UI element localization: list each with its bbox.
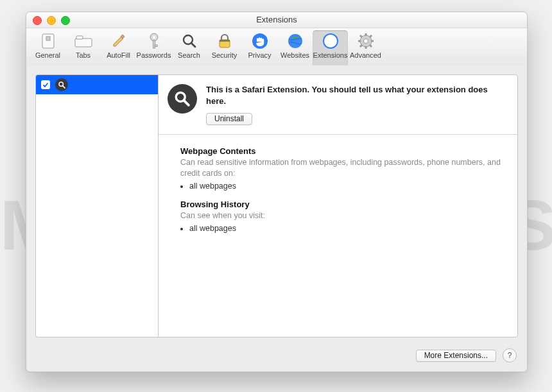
svg-rect-1 — [46, 37, 50, 40]
permissions-heading-webpage-contents: Webpage Contents — [180, 146, 503, 156]
permissions-subtext: Can see when you visit: — [180, 210, 503, 221]
svg-point-7 — [152, 36, 155, 39]
websites-globe-icon — [286, 31, 305, 51]
svg-line-11 — [191, 43, 195, 47]
preferences-window: Extensions General Tabs — [26, 12, 528, 372]
svg-line-27 — [370, 45, 372, 47]
tab-tabs[interactable]: Tabs — [65, 30, 101, 67]
svg-line-33 — [184, 101, 189, 105]
tab-privacy[interactable]: Privacy — [242, 30, 277, 67]
svg-point-17 — [324, 35, 337, 47]
permissions-subtext: Can read sensitive information from webp… — [180, 157, 503, 179]
tabs-icon — [74, 31, 93, 51]
search-icon — [180, 31, 199, 51]
permissions-block: Webpage Contents Can read sensitive info… — [159, 135, 517, 248]
footer: More Extensions... ? — [416, 348, 517, 362]
magnifier-icon — [55, 78, 68, 91]
tab-websites[interactable]: Websites — [277, 30, 313, 67]
permissions-item: all webpages — [189, 224, 503, 233]
help-button[interactable]: ? — [503, 348, 517, 362]
svg-line-29 — [360, 45, 362, 47]
tab-extensions[interactable]: Extensions — [313, 30, 348, 67]
general-icon — [39, 31, 58, 51]
tab-search[interactable]: Search — [171, 30, 207, 67]
permissions-item: all webpages — [189, 182, 503, 191]
tab-advanced[interactable]: Advanced — [348, 30, 383, 67]
extension-row[interactable] — [36, 75, 158, 94]
titlebar: Extensions — [26, 12, 527, 28]
svg-rect-13 — [220, 40, 230, 42]
uninstall-button[interactable]: Uninstall — [206, 113, 252, 125]
svg-rect-8 — [153, 40, 155, 48]
svg-point-15 — [288, 34, 302, 48]
tab-general[interactable]: General — [30, 30, 65, 67]
window-body: This is a Safari Extension. You should t… — [26, 65, 527, 371]
privacy-hand-icon — [250, 31, 270, 51]
svg-line-26 — [360, 35, 362, 37]
svg-rect-9 — [155, 45, 157, 47]
preferences-toolbar: General Tabs AutoFill Pass — [26, 28, 527, 68]
security-lock-icon — [215, 31, 234, 51]
extensions-sidebar — [35, 74, 158, 337]
extension-detail-panel: This is a Safari Extension. You should t… — [158, 74, 518, 337]
extension-description: This is a Safari Extension. You should t… — [206, 84, 506, 107]
magnifier-icon — [168, 84, 197, 114]
svg-rect-3 — [76, 36, 83, 39]
more-extensions-button[interactable]: More Extensions... — [416, 350, 496, 362]
svg-line-31 — [62, 85, 64, 87]
permissions-heading-browsing-history: Browsing History — [180, 200, 503, 209]
extension-enabled-checkbox[interactable] — [41, 80, 50, 89]
tab-security[interactable]: Security — [207, 30, 242, 67]
advanced-gear-icon — [356, 31, 375, 51]
extension-description-block: This is a Safari Extension. You should t… — [159, 75, 517, 135]
extensions-compass-icon — [321, 31, 340, 51]
svg-rect-2 — [75, 38, 92, 47]
autofill-pencil-icon — [109, 31, 128, 51]
tab-passwords[interactable]: Passwords — [136, 30, 171, 67]
window-title: Extensions — [26, 15, 527, 24]
tab-autofill[interactable]: AutoFill — [101, 30, 136, 67]
svg-point-21 — [363, 39, 368, 44]
svg-rect-0 — [42, 34, 54, 48]
passwords-key-icon — [144, 31, 164, 51]
svg-line-28 — [370, 35, 372, 37]
